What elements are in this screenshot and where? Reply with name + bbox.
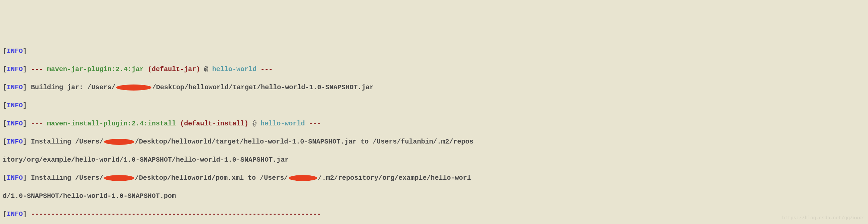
bracket-open: [ [3,102,7,109]
building-prefix: Building jar: /Users/ [31,84,116,91]
bracket-close: ] [23,47,27,55]
bracket-open: [ [3,65,7,73]
dashes: --- [31,120,43,127]
info-tag: INFO [7,47,23,55]
plugin-name: maven-install-plugin:2.4:install [47,120,176,127]
project-name: hello-world [212,65,256,73]
dashes: --- [309,120,321,127]
log-line-installing-jar: [INFO] Installing /Users//Desktop/hellow… [3,137,865,146]
log-line-installing-pom-wrap: d/1.0-SNAPSHOT/hello-world-1.0-SNAPSHOT.… [3,191,865,200]
bracket-close: ] [23,120,27,127]
installing2-mid: /Desktop/helloworld/pom.xml to /Users/ [135,174,288,182]
info-tag: INFO [7,174,23,182]
bracket-close: ] [23,210,27,218]
execution-id: (default-install) [180,120,248,127]
log-line-dashes: [INFO] ---------------------------------… [3,210,865,219]
info-tag: INFO [7,210,23,218]
watermark: https://blog.csdn.net/qq/xxxx [782,215,864,221]
info-tag: INFO [7,120,23,127]
at-symbol: @ [204,65,208,73]
project-name: hello-world [260,120,305,127]
dashes: --- [260,65,273,73]
building-suffix: /Desktop/helloworld/target/hello-world-1… [152,84,374,91]
info-tag: INFO [7,102,23,109]
redacted-username [289,175,317,181]
bracket-close: ] [23,102,27,109]
at-symbol: @ [252,120,256,127]
installing2-prefix: Installing /Users/ [31,174,103,182]
bracket-open: [ [3,174,7,182]
bracket-close: ] [23,65,27,73]
log-line-install-plugin: [INFO] --- maven-install-plugin:2.4:inst… [3,119,865,128]
bracket-close: ] [23,138,27,146]
terminal-output: [INFO] [INFO] --- maven-jar-plugin:2.4:j… [3,37,865,224]
bracket-open: [ [3,84,7,91]
plugin-name: maven-jar-plugin:2.4:jar [47,65,144,73]
bracket-open: [ [3,120,7,127]
info-tag: INFO [7,65,23,73]
bracket-open: [ [3,47,7,55]
installing-wrap: itory/org/example/hello-world/1.0-SNAPSH… [3,156,289,164]
dashes: --- [31,65,43,73]
redacted-username [104,175,134,181]
bracket-open: [ [3,138,7,146]
info-tag: INFO [7,138,23,146]
bracket-close: ] [23,174,27,182]
log-line-jar-plugin: [INFO] --- maven-jar-plugin:2.4:jar (def… [3,65,865,74]
installing2-wrap: d/1.0-SNAPSHOT/hello-world-1.0-SNAPSHOT.… [3,192,176,200]
log-line-info-empty: [INFO] [3,101,865,110]
installing-prefix: Installing /Users/ [31,138,103,146]
log-line-installing-pom: [INFO] Installing /Users//Desktop/hellow… [3,173,865,183]
redacted-username [104,139,134,145]
separator-dashes: ----------------------------------------… [31,210,321,218]
execution-id: (default-jar) [148,65,200,73]
log-line-building-jar: [INFO] Building jar: /Users//Desktop/hel… [3,83,865,92]
installing2-suffix: /.m2/repository/org/example/hello-worl [318,174,471,182]
redacted-username [116,85,151,91]
bracket-open: [ [3,210,7,218]
info-tag: INFO [7,84,23,91]
log-line-installing-jar-wrap: itory/org/example/hello-world/1.0-SNAPSH… [3,155,865,164]
log-line-info-empty: [INFO] [3,46,865,56]
installing-mid: /Desktop/helloworld/target/hello-world-1… [135,138,473,146]
bracket-close: ] [23,84,27,91]
